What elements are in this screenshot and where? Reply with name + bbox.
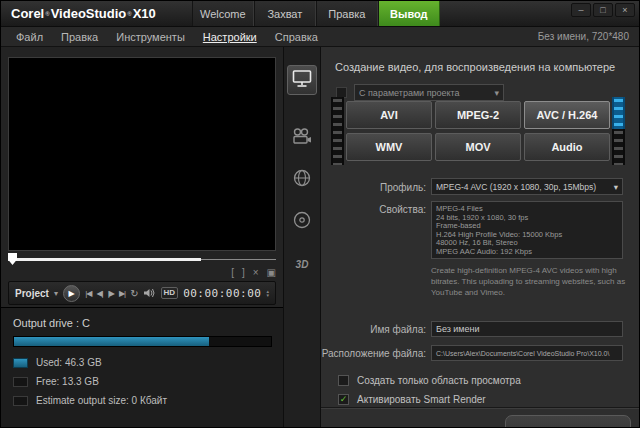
next-frame-button[interactable]: |▶: [108, 289, 114, 298]
menu-bar: Файл Правка Инструменты Настройки Справк…: [1, 27, 639, 47]
registered-mark-icon: ®: [45, 11, 49, 17]
timecode-field[interactable]: 00:00:00:00: [183, 287, 261, 300]
cut-button[interactable]: ×: [253, 268, 259, 278]
mark-in-button[interactable]: [: [231, 268, 234, 278]
spin-down-icon[interactable]: ▾: [266, 293, 269, 297]
legend-free: Free: 13.3 GB: [13, 376, 271, 387]
hd-toggle[interactable]: HD: [161, 287, 179, 299]
filmstrip-selection-highlight: [612, 97, 625, 129]
smart-render-label: Активировать Smart Render: [357, 394, 486, 405]
start-button[interactable]: [505, 415, 631, 427]
property-line: MPEG AAC Audio: 192 Kbps: [436, 248, 618, 257]
output-drive-title: Output drive : C: [13, 317, 271, 329]
category-disc-button[interactable]: [289, 211, 315, 233]
previous-frame-button[interactable]: ◀|: [96, 289, 102, 298]
brand-corel: Corel: [11, 6, 44, 21]
format-mpeg2-button[interactable]: MPEG-2: [435, 101, 521, 129]
menu-settings[interactable]: Настройки: [194, 31, 266, 43]
tab-share[interactable]: Вывод: [378, 1, 440, 26]
menu-help[interactable]: Справка: [266, 31, 327, 43]
drive-usage-bar: [13, 336, 272, 347]
seek-handle-icon[interactable]: [8, 253, 17, 265]
filename-input[interactable]: Без имени: [431, 321, 623, 337]
filmstrip-left-decoration: [331, 97, 344, 165]
menu-edit[interactable]: Правка: [52, 31, 107, 43]
smart-render-row: ✓ Активировать Smart Render: [338, 394, 486, 405]
category-3d-button[interactable]: 3D: [289, 253, 315, 275]
tab-capture[interactable]: Захват: [254, 1, 316, 26]
video-preview: [8, 57, 276, 251]
profile-value: MPEG-4 AVC (1920 x 1080, 30p, 15Mbps): [436, 182, 596, 192]
preview-panel: [ ] × ▣ Project ▾ ▶ |◀ ◀| |▶ ▶| ↻ HD 00:…: [1, 47, 284, 427]
monitor-icon: [292, 69, 312, 92]
timecode-spinner[interactable]: ▴ ▾: [266, 289, 269, 297]
profile-select[interactable]: MPEG-4 AVC (1920 x 1080, 30p, 15Mbps) ▾: [431, 178, 623, 195]
seek-track-rest: [201, 259, 276, 260]
share-category-strip: 3D: [284, 47, 321, 427]
format-grid: AVI MPEG-2 AVC / H.264 WMV MOV Audio: [346, 101, 610, 161]
maximize-button[interactable]: □: [593, 3, 613, 17]
format-wmv-button[interactable]: WMV: [346, 133, 432, 161]
transport-bar: Project ▾ ▶ |◀ ◀| |▶ ▶| ↻ HD 00:00:00:00…: [8, 281, 276, 305]
file-location-input[interactable]: C:\Users\Alex\Documents\Corel VideoStudi…: [431, 345, 623, 361]
brand-product: VideoStudio: [51, 6, 127, 21]
main-area: [ ] × ▣ Project ▾ ▶ |◀ ◀| |▶ ▶| ↻ HD 00:…: [1, 47, 639, 427]
close-button[interactable]: ×: [615, 3, 635, 17]
format-avc-h264-button[interactable]: AVC / H.264: [524, 101, 610, 129]
filmstrip-right-decoration: [612, 97, 625, 165]
bottom-divider: [321, 407, 639, 409]
estimate-label: Estimate output size: 0 Кбайт: [36, 395, 167, 406]
document-info: Без имени, 720*480: [538, 31, 633, 42]
chevron-down-icon[interactable]: ▾: [54, 289, 58, 298]
go-to-end-button[interactable]: ▶|: [119, 289, 125, 298]
title-bar: Corel®VideoStudio®X10 Welcome Захват Пра…: [1, 1, 639, 27]
tab-welcome[interactable]: Welcome: [192, 1, 254, 26]
chevron-down-icon: ▾: [614, 182, 618, 192]
preview-only-row: Создать только область просмотра: [338, 375, 521, 386]
preview-only-label: Создать только область просмотра: [357, 375, 521, 386]
file-location-label: Расположение файла:: [321, 348, 426, 359]
format-audio-button[interactable]: Audio: [524, 133, 610, 161]
category-web-button[interactable]: [289, 169, 315, 191]
properties-label: Свойства:: [321, 204, 426, 215]
legend-used: Used: 46.3 GB: [13, 357, 271, 368]
app-logo: Corel®VideoStudio®X10: [1, 1, 166, 26]
smart-render-checkbox[interactable]: ✓: [338, 394, 349, 405]
preview-only-checkbox[interactable]: [338, 375, 349, 386]
share-options-panel: Создание видео, для воспроизведения на к…: [321, 47, 639, 427]
used-swatch-icon: [13, 358, 28, 368]
trim-tools: [ ] × ▣: [8, 265, 276, 280]
menu-file[interactable]: Файл: [7, 31, 52, 43]
menu-tools[interactable]: Инструменты: [107, 31, 194, 43]
minimize-button[interactable]: –: [571, 3, 591, 17]
format-mov-button[interactable]: MOV: [435, 133, 521, 161]
tab-edit[interactable]: Правка: [316, 1, 378, 26]
playback-mode-label[interactable]: Project: [15, 288, 49, 299]
filename-label: Имя файла:: [321, 324, 426, 335]
disc-icon: [293, 211, 311, 233]
drive-usage-fill: [14, 337, 209, 346]
brand-version: X10: [133, 6, 156, 21]
mark-out-button[interactable]: ]: [242, 268, 245, 278]
project-params-select[interactable]: С параметрами проекта ▾: [354, 84, 504, 101]
used-label: Used: 46.3 GB: [36, 357, 102, 368]
play-button[interactable]: ▶: [63, 285, 80, 302]
format-description: Create high-definition MPEG-4 AVC videos…: [431, 265, 631, 298]
output-drive-section: Output drive : C Used: 46.3 GB Free: 13.…: [1, 307, 283, 427]
category-computer-button[interactable]: [287, 65, 317, 95]
estimate-swatch-icon: [13, 396, 28, 406]
volume-icon[interactable]: [144, 288, 156, 298]
category-device-button[interactable]: [289, 127, 315, 149]
check-icon: ✓: [340, 395, 348, 404]
repeat-button[interactable]: ↻: [130, 288, 138, 299]
enlarge-preview-button[interactable]: ▣: [267, 268, 276, 278]
chevron-down-icon: ▾: [494, 88, 499, 98]
globe-icon: [293, 169, 311, 191]
go-to-start-button[interactable]: |◀: [85, 289, 91, 298]
3d-icon: 3D: [296, 259, 309, 270]
project-params-label: С параметрами проекта: [359, 88, 460, 98]
main-tabs: Welcome Захват Правка Вывод: [192, 1, 440, 26]
format-avi-button[interactable]: AVI: [346, 101, 432, 129]
free-swatch-icon: [13, 377, 28, 387]
seek-track: [8, 258, 201, 261]
